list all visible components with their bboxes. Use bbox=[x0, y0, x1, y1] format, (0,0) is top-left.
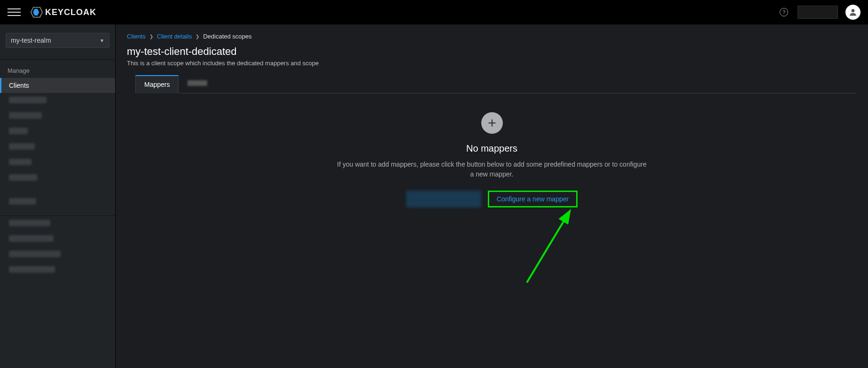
breadcrumb-clients[interactable]: Clients bbox=[127, 33, 146, 40]
sidebar-item-redacted[interactable] bbox=[0, 170, 115, 186]
realm-selector[interactable]: my-test-realm ▼ bbox=[6, 33, 109, 48]
menu-toggle[interactable] bbox=[8, 6, 21, 19]
tab-redacted[interactable] bbox=[179, 75, 216, 93]
breadcrumb: Clients ❯ Client details ❯ Dedicated sco… bbox=[127, 33, 857, 40]
sidebar-item-clients[interactable]: Clients bbox=[0, 78, 115, 93]
user-avatar[interactable] bbox=[845, 5, 860, 20]
topbar: KEYCLOAK ? bbox=[0, 0, 868, 24]
help-icon[interactable]: ? bbox=[780, 8, 788, 16]
sidebar-item-redacted[interactable] bbox=[0, 216, 115, 231]
tabs: Mappers bbox=[135, 75, 857, 93]
svg-point-2 bbox=[852, 9, 855, 12]
sidebar-item-redacted[interactable] bbox=[0, 93, 115, 108]
section-manage-label: Manage bbox=[0, 60, 115, 78]
breadcrumb-current: Dedicated scopes bbox=[203, 33, 251, 40]
page-description: This is a client scope which includes th… bbox=[127, 60, 857, 67]
topbar-redacted-control[interactable] bbox=[798, 6, 838, 19]
sidebar-item-redacted[interactable] bbox=[0, 262, 115, 278]
brand-logo[interactable]: KEYCLOAK bbox=[30, 6, 96, 19]
sidebar-item-redacted[interactable] bbox=[0, 194, 115, 210]
svg-marker-1 bbox=[33, 9, 39, 15]
keycloak-logo-icon bbox=[30, 6, 43, 19]
chevron-right-icon: ❯ bbox=[195, 34, 199, 39]
sidebar-item-redacted[interactable] bbox=[0, 155, 115, 170]
configure-new-mapper-button[interactable]: Configure a new mapper bbox=[488, 191, 578, 207]
sidebar: my-test-realm ▼ Manage Clients bbox=[0, 24, 116, 368]
empty-title: No mappers bbox=[337, 143, 647, 154]
brand-name: KEYCLOAK bbox=[45, 8, 96, 17]
main-content: Clients ❯ Client details ❯ Dedicated sco… bbox=[116, 24, 868, 368]
sidebar-item-redacted[interactable] bbox=[0, 139, 115, 155]
sidebar-item-label: Clients bbox=[9, 82, 29, 89]
page-title: my-test-client-dedicated bbox=[127, 46, 857, 58]
realm-selected-label: my-test-realm bbox=[11, 37, 51, 44]
sidebar-item-redacted[interactable] bbox=[0, 247, 115, 262]
sidebar-item-redacted[interactable] bbox=[0, 124, 115, 139]
chevron-right-icon: ❯ bbox=[149, 34, 153, 39]
caret-down-icon: ▼ bbox=[100, 38, 104, 43]
empty-description: If you want to add mappers, please click… bbox=[337, 160, 647, 179]
add-predefined-mapper-button[interactable] bbox=[406, 191, 481, 207]
empty-state: No mappers If you want to add mappers, p… bbox=[328, 93, 657, 226]
tab-mappers[interactable]: Mappers bbox=[135, 75, 179, 93]
sidebar-item-redacted[interactable] bbox=[0, 108, 115, 124]
sidebar-item-redacted[interactable] bbox=[0, 231, 115, 247]
breadcrumb-client-details[interactable]: Client details bbox=[157, 33, 192, 40]
plus-circle-icon bbox=[481, 112, 503, 134]
avatar-icon bbox=[848, 8, 858, 17]
